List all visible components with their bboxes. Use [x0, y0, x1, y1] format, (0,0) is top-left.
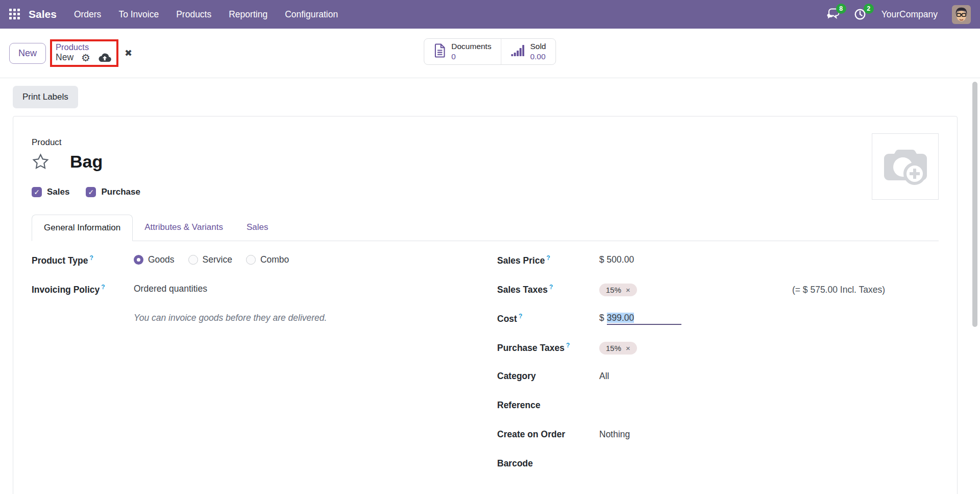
- document-icon: [434, 43, 446, 60]
- messages-count-badge: 8: [836, 4, 846, 14]
- breadcrumb-current: New: [56, 52, 74, 63]
- vertical-scrollbar[interactable]: [972, 82, 977, 327]
- menu-to-invoice[interactable]: To Invoice: [117, 7, 160, 22]
- checkbox-check-icon: ✓: [32, 187, 42, 197]
- favorite-star-icon[interactable]: [32, 153, 50, 171]
- invoicing-policy-note: You can invoice goods before they are de…: [32, 313, 474, 323]
- highlight-box: Products New ⚙: [50, 39, 118, 67]
- app-name[interactable]: Sales: [29, 8, 57, 20]
- activities-button[interactable]: 2: [854, 8, 867, 20]
- category-value[interactable]: All: [599, 371, 609, 382]
- radio-combo[interactable]: Combo: [246, 254, 289, 265]
- documents-stat-value: 0: [451, 52, 491, 62]
- purchase-checkbox-label: Purchase: [101, 187, 140, 197]
- cloud-save-icon[interactable]: [98, 53, 111, 62]
- purchase-taxes-label: Purchase Taxes?: [497, 342, 599, 354]
- product-title[interactable]: Bag: [70, 152, 103, 172]
- documents-stat-label: Documents: [451, 41, 491, 52]
- top-navbar: Sales Orders To Invoice Products Reporti…: [0, 0, 980, 29]
- breadcrumb-parent-link[interactable]: Products: [56, 42, 111, 53]
- menu-reporting[interactable]: Reporting: [228, 7, 268, 22]
- form-tabs: General Information Attributes & Variant…: [32, 215, 939, 241]
- tab-general-information[interactable]: General Information: [32, 215, 133, 241]
- tag-remove-icon[interactable]: ×: [626, 344, 630, 352]
- invoicing-policy-value[interactable]: Ordered quantities: [134, 284, 207, 294]
- form-left-column: Product Type? Goods Service Combo: [32, 254, 474, 487]
- cost-input[interactable]: $399.00: [599, 313, 681, 325]
- print-labels-button[interactable]: Print Labels: [13, 86, 78, 108]
- form-right-column: Sales Price? $ 500.00 Sales Taxes? 15% ×…: [497, 254, 940, 487]
- sales-taxes-label: Sales Taxes?: [497, 284, 599, 295]
- sales-checkbox[interactable]: ✓ Sales: [32, 187, 69, 197]
- messages-button[interactable]: 8: [826, 8, 840, 20]
- bar-chart-icon: [511, 44, 525, 59]
- radio-unselected-icon: [188, 255, 198, 265]
- invoicing-policy-label: Invoicing Policy?: [32, 284, 134, 295]
- help-icon[interactable]: ?: [546, 254, 550, 262]
- record-type-label: Product: [32, 137, 939, 148]
- purchase-tax-tag[interactable]: 15% ×: [599, 342, 637, 355]
- activities-count-badge: 2: [864, 4, 874, 14]
- help-icon[interactable]: ?: [101, 284, 105, 291]
- menu-configuration[interactable]: Configuration: [284, 7, 339, 22]
- create-on-order-label: Create on Order: [497, 429, 599, 440]
- apps-grid-icon[interactable]: [9, 9, 20, 20]
- reference-label: Reference: [497, 400, 599, 411]
- cost-label: Cost?: [497, 313, 599, 324]
- sales-price-label: Sales Price?: [497, 254, 599, 266]
- discard-button[interactable]: ✖: [125, 48, 132, 59]
- sold-stat-value: 0.00: [530, 52, 546, 62]
- radio-goods[interactable]: Goods: [134, 254, 175, 265]
- help-icon[interactable]: ?: [566, 342, 570, 349]
- checkbox-check-icon: ✓: [86, 187, 96, 197]
- content-area: Print Labels Product Bag ✓ Sales ✓ Purch…: [0, 78, 980, 494]
- tab-sales[interactable]: Sales: [235, 215, 280, 241]
- cost-value-selected: 399.00: [607, 313, 634, 323]
- product-image-upload[interactable]: [872, 133, 939, 200]
- menu-orders[interactable]: Orders: [73, 7, 102, 22]
- breadcrumb: New ⚙: [56, 52, 111, 63]
- sold-stat-button[interactable]: Sold 0.00: [501, 39, 556, 64]
- radio-selected-icon: [134, 255, 143, 265]
- barcode-label: Barcode: [497, 458, 599, 469]
- radio-service[interactable]: Service: [188, 254, 232, 265]
- radio-unselected-icon: [246, 255, 256, 265]
- main-menu: Orders To Invoice Products Reporting Con…: [73, 7, 339, 22]
- help-icon[interactable]: ?: [549, 284, 553, 291]
- help-icon[interactable]: ?: [519, 313, 522, 320]
- tag-remove-icon[interactable]: ×: [626, 286, 630, 294]
- incl-taxes-note: (= $ 575.00 Incl. Taxes): [792, 285, 885, 295]
- gear-icon[interactable]: ⚙: [81, 53, 90, 63]
- stat-buttons: Documents 0 Sold 0.00: [424, 38, 556, 65]
- sold-stat-label: Sold: [530, 41, 546, 52]
- product-form-sheet: Product Bag ✓ Sales ✓ Purchase General I…: [13, 116, 958, 494]
- sales-checkbox-label: Sales: [47, 187, 69, 197]
- documents-stat-button[interactable]: Documents 0: [424, 39, 501, 64]
- company-switcher[interactable]: YourCompany: [881, 9, 938, 20]
- control-panel: New Products New ⚙ ✖ D: [0, 29, 980, 78]
- camera-plus-icon: [881, 145, 929, 189]
- new-button[interactable]: New: [9, 43, 46, 64]
- tab-attributes-variants[interactable]: Attributes & Variants: [133, 215, 235, 241]
- menu-products[interactable]: Products: [175, 7, 212, 22]
- chat-bubbles-icon: [826, 12, 840, 21]
- user-avatar[interactable]: [952, 5, 971, 24]
- help-icon[interactable]: ?: [90, 254, 93, 262]
- product-type-label: Product Type?: [32, 254, 134, 266]
- sales-tax-tag[interactable]: 15% ×: [599, 284, 637, 296]
- clock-icon: [854, 13, 866, 22]
- sales-price-value[interactable]: $ 500.00: [599, 254, 634, 265]
- create-on-order-value[interactable]: Nothing: [599, 429, 630, 440]
- category-label: Category: [497, 371, 599, 382]
- purchase-checkbox[interactable]: ✓ Purchase: [86, 187, 140, 197]
